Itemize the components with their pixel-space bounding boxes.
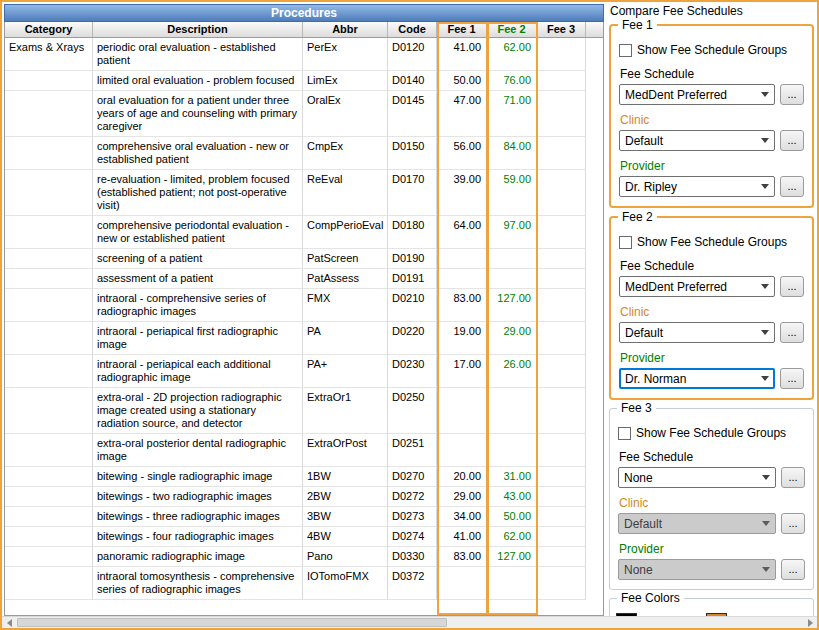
- category-cell: [5, 289, 93, 322]
- compare-title: Compare Fee Schedules: [610, 4, 815, 18]
- procedure-row[interactable]: intraoral - periapical each additional r…: [5, 355, 603, 388]
- description-cell: comprehensive periodontal evaluation - n…: [93, 216, 303, 249]
- fee3-clinic-row: Default ...: [618, 513, 805, 534]
- fee1-cell: 47.00: [437, 91, 487, 137]
- abbr-cell: OralEx: [303, 91, 388, 137]
- fee3-cell: [537, 216, 586, 249]
- fee2-show-groups-checkbox[interactable]: [619, 236, 632, 249]
- fee1-clinic-browse-button[interactable]: ...: [780, 130, 804, 151]
- code-cell: D0274: [388, 527, 437, 547]
- category-cell: [5, 527, 93, 547]
- fee3-clinic-browse-button[interactable]: ...: [781, 513, 805, 534]
- procedure-row[interactable]: bitewings - three radiographic images 3B…: [5, 507, 603, 527]
- fee2-provider-browse-button[interactable]: ...: [780, 368, 804, 389]
- description-cell: comprehensive oral evaluation - new or e…: [93, 137, 303, 170]
- abbr-cell: CompPerioEval: [303, 216, 388, 249]
- procedure-row[interactable]: intraoral - comprehensive series of radi…: [5, 289, 603, 322]
- fee3-show-groups-checkbox[interactable]: [618, 427, 631, 440]
- fee1-show-groups-checkbox[interactable]: [619, 44, 632, 57]
- fee1-cell: 34.00: [437, 507, 487, 527]
- scroll-left-button[interactable]: [2, 617, 16, 628]
- fee3-provider-row: None ...: [618, 559, 805, 580]
- fee2-show-groups-row[interactable]: Show Fee Schedule Groups: [619, 235, 804, 249]
- fee1-clinic-value: Default: [625, 134, 757, 148]
- code-cell: D0120: [388, 38, 437, 71]
- compare-panel: Compare Fee Schedules Fee 1 Show Fee Sch…: [606, 2, 817, 618]
- abbr-cell: ReEval: [303, 170, 388, 216]
- procedure-row[interactable]: extra-oral - 2D projection radiographic …: [5, 388, 603, 434]
- procedure-row[interactable]: Exams & Xrays periodic oral evaluation -…: [5, 38, 603, 71]
- fee1-clinic-combo[interactable]: Default: [619, 130, 775, 151]
- procedure-row[interactable]: bitewings - four radiographic images 4BW…: [5, 527, 603, 547]
- fee3-fee-schedule-browse-button[interactable]: ...: [781, 467, 805, 488]
- procedure-row[interactable]: comprehensive periodontal evaluation - n…: [5, 216, 603, 249]
- fee2-show-groups-label: Show Fee Schedule Groups: [637, 235, 787, 249]
- description-cell: extra-oral - 2D projection radiographic …: [93, 388, 303, 434]
- procedure-row[interactable]: screening of a patient PatScreen D0190: [5, 249, 603, 269]
- fee1-cell: 19.00: [437, 322, 487, 355]
- column-header-fee-3[interactable]: Fee 3: [537, 22, 586, 37]
- abbr-cell: ExtraOr1: [303, 388, 388, 434]
- category-cell: Exams & Xrays: [5, 38, 93, 71]
- procedure-row[interactable]: intraoral tomosynthesis - comprehensive …: [5, 567, 603, 600]
- column-header-category[interactable]: Category: [5, 22, 93, 37]
- fee1-cell: 20.00: [437, 467, 487, 487]
- fee2-clinic-combo[interactable]: Default: [619, 322, 775, 343]
- abbr-cell: 4BW: [303, 527, 388, 547]
- procedure-row[interactable]: bitewing - single radiographic image 1BW…: [5, 467, 603, 487]
- fee3-provider-browse-button[interactable]: ...: [781, 559, 805, 580]
- description-cell: assessment of a patient: [93, 269, 303, 289]
- fee1-cell: 64.00: [437, 216, 487, 249]
- procedure-row[interactable]: bitewings - two radiographic images 2BW …: [5, 487, 603, 507]
- procedure-row[interactable]: comprehensive oral evaluation - new or e…: [5, 137, 603, 170]
- horizontal-scrollbar-thumb[interactable]: [17, 618, 447, 627]
- abbr-cell: PA+: [303, 355, 388, 388]
- column-header-abbr[interactable]: Abbr: [303, 22, 388, 37]
- procedure-row[interactable]: assessment of a patient PatAssess D0191: [5, 269, 603, 289]
- fee2-clinic-browse-button[interactable]: ...: [780, 322, 804, 343]
- fee3-show-groups-row[interactable]: Show Fee Schedule Groups: [618, 426, 805, 440]
- fee2-provider-combo[interactable]: Dr. Norman: [619, 368, 775, 389]
- procedure-row[interactable]: extra-oral posterior dental radiographic…: [5, 434, 603, 467]
- scroll-right-button[interactable]: [803, 617, 817, 628]
- fee1-cell: 17.00: [437, 355, 487, 388]
- chevron-down-icon: [761, 184, 769, 189]
- column-header-code[interactable]: Code: [388, 22, 437, 37]
- fee3-legend: Fee 3: [617, 401, 656, 415]
- fee1-fee-schedule-combo[interactable]: MedDent Preferred: [619, 84, 775, 105]
- fee2-clinic-label: Clinic: [620, 305, 804, 319]
- horizontal-scrollbar[interactable]: [2, 616, 817, 628]
- procedure-row[interactable]: re-evaluation - limited, problem focused…: [5, 170, 603, 216]
- description-cell: intraoral - comprehensive series of radi…: [93, 289, 303, 322]
- fee1-cell: 83.00: [437, 547, 487, 567]
- fee2-cell: 62.00: [487, 38, 537, 71]
- column-header-description[interactable]: Description: [93, 22, 303, 37]
- column-header-fee-1[interactable]: Fee 1: [437, 22, 487, 37]
- fee3-provider-value: None: [624, 563, 758, 577]
- fee3-group: Fee 3 Show Fee Schedule Groups Fee Sched…: [609, 408, 814, 590]
- fee3-cell: [537, 71, 586, 91]
- fee2-clinic-row: Default ...: [619, 322, 804, 343]
- fee1-show-groups-row[interactable]: Show Fee Schedule Groups: [619, 43, 804, 57]
- code-cell: D0273: [388, 507, 437, 527]
- fee1-fee-schedule-browse-button[interactable]: ...: [780, 84, 804, 105]
- fee2-fee-schedule-combo[interactable]: MedDent Preferred: [619, 276, 775, 297]
- fee1-show-groups-label: Show Fee Schedule Groups: [637, 43, 787, 57]
- abbr-cell: IOTomoFMX: [303, 567, 388, 600]
- chevron-down-icon: [761, 138, 769, 143]
- procedure-row[interactable]: panoramic radiographic image Pano D0330 …: [5, 547, 603, 567]
- fee3-cell: [537, 289, 586, 322]
- procedure-row[interactable]: limited oral evaluation - problem focuse…: [5, 71, 603, 91]
- column-header-fee-2[interactable]: Fee 2: [487, 22, 537, 37]
- fee1-clinic-row: Default ...: [619, 130, 804, 151]
- fee3-fee-schedule-combo[interactable]: None: [618, 467, 776, 488]
- code-cell: D0150: [388, 137, 437, 170]
- procedure-row[interactable]: intraoral - periapical first radiographi…: [5, 322, 603, 355]
- fee1-provider-combo[interactable]: Dr. Ripley: [619, 176, 775, 197]
- procedure-row[interactable]: oral evaluation for a patient under thre…: [5, 91, 603, 137]
- fee2-fee-schedule-browse-button[interactable]: ...: [780, 276, 804, 297]
- fee3-provider-label: Provider: [619, 542, 805, 556]
- fee2-clinic-value: Default: [625, 326, 757, 340]
- abbr-cell: 3BW: [303, 507, 388, 527]
- fee1-provider-browse-button[interactable]: ...: [780, 176, 804, 197]
